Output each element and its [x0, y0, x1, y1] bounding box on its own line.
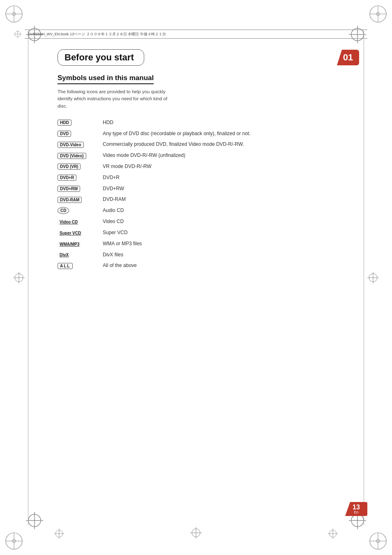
symbol-description: DVD+R	[103, 172, 359, 183]
icon-badge: ALL	[58, 263, 73, 269]
table-row: WMA/MP3WMA or MP3 files	[58, 238, 359, 249]
reg-mark-bottom-left-outer	[4, 531, 24, 551]
symbol-icon-cell: DVD-Video	[58, 139, 103, 150]
vline-right	[364, 30, 364, 525]
icon-badge: DVD-RAM	[58, 197, 82, 203]
table-row: DVD (Video)Video mode DVD-R/-RW (unfinal…	[58, 150, 359, 161]
icon-badge: HDD	[58, 120, 71, 126]
symbol-icon-cell: DVD-RAM	[58, 194, 103, 205]
icon-badge: DVD (VR)	[58, 164, 81, 170]
reg-mark-top-left-outer	[4, 4, 24, 24]
symbol-description: Any type of DVD disc (recordable or play…	[103, 128, 359, 139]
page-number-box: 13 En	[345, 502, 367, 516]
table-row: Video CDVideo CD	[58, 216, 359, 227]
table-row: DVD-VideoCommercially produced DVD, fina…	[58, 139, 359, 150]
icon-badge: DVD+R	[58, 175, 76, 181]
icon-badge: DVD (Video)	[58, 153, 86, 159]
symbol-icon-cell: DVD	[58, 128, 103, 139]
icon-badge: DVD+RW	[58, 186, 80, 192]
reg-mark-top-right-outer	[368, 4, 388, 24]
symbol-icon-cell: DivX	[58, 249, 103, 260]
page-language: En	[354, 510, 358, 514]
symbol-table: HDDHDDDVDAny type of DVD disc (recordabl…	[58, 117, 359, 271]
symbol-description: WMA or MP3 files	[103, 238, 359, 249]
symbol-description: DivX files	[103, 249, 359, 260]
table-row: ALLAll of the above	[58, 260, 359, 271]
header-bar: DVR550H_WV_EN.book 13ページ ２００６年１２月２８日 木曜日…	[25, 30, 367, 39]
symbol-description: All of the above	[103, 260, 359, 271]
reg-mark-bottom-right-outer	[368, 531, 388, 551]
symbol-description: Audio CD	[103, 205, 359, 216]
symbol-description: Super VCD	[103, 227, 359, 238]
banner-title-box: Before you start	[58, 49, 144, 66]
table-row: Super VCDSuper VCD	[58, 227, 359, 238]
icon-badge: DVD-Video	[58, 142, 84, 148]
symbol-icon-cell: DVD (Video)	[58, 150, 103, 161]
table-row: DVDAny type of DVD disc (recordable or p…	[58, 128, 359, 139]
icon-badge: Video CD	[58, 219, 80, 225]
section-banner: Before you start 01	[58, 49, 359, 66]
table-row: DVD (VR)VR mode DVD-R/-RW	[58, 161, 359, 172]
vline-left	[28, 30, 28, 525]
crosshair-mid-left	[12, 271, 25, 284]
icon-badge: CD	[58, 207, 69, 214]
symbol-description: DVD+RW	[103, 183, 359, 194]
table-row: DVD+RWDVD+RW	[58, 183, 359, 194]
crosshair-mid-right	[367, 271, 380, 284]
symbol-icon-cell: DVD+R	[58, 172, 103, 183]
table-row: DivXDivX files	[58, 249, 359, 260]
crosshair-bottom-mid	[189, 526, 203, 541]
symbol-icon-cell: WMA/MP3	[58, 238, 103, 249]
symbol-icon-cell: DVD+RW	[58, 183, 103, 194]
symbol-icon-cell: HDD	[58, 117, 103, 128]
symbol-description: HDD	[103, 117, 359, 128]
icon-badge: DVD	[58, 131, 71, 137]
banner-title: Before you start	[65, 52, 134, 63]
main-content: Before you start 01 Symbols used in this…	[58, 49, 359, 271]
table-row: DVD-RAMDVD-RAM	[58, 194, 359, 205]
symbol-description: Video CD	[103, 216, 359, 227]
symbol-description: Video mode DVD-R/-RW (unfinalized)	[103, 150, 359, 161]
symbols-section-title: Symbols used in this manual	[58, 74, 154, 84]
intro-text: The following icons are provided to help…	[58, 88, 173, 110]
symbol-description: DVD-RAM	[103, 194, 359, 205]
table-row: DVD+RDVD+R	[58, 172, 359, 183]
header-text: DVR550H_WV_EN.book 13ページ ２００６年１２月２８日 木曜日…	[25, 32, 166, 37]
symbol-icon-cell: DVD (VR)	[58, 161, 103, 172]
symbol-icon-cell: Super VCD	[58, 227, 103, 238]
symbol-icon-cell: CD	[58, 205, 103, 216]
icon-badge: DivX	[58, 252, 71, 258]
symbol-description: Commercially produced DVD, finalized Vid…	[103, 139, 359, 150]
icon-badge: Super VCD	[58, 230, 83, 236]
icon-badge: WMA/MP3	[58, 242, 81, 247]
crosshair-bottom-left	[53, 528, 65, 541]
symbol-icon-cell: Video CD	[58, 216, 103, 227]
crosshair-bottom-right	[327, 528, 339, 541]
table-row: HDDHDD	[58, 117, 359, 128]
symbol-description: VR mode DVD-R/-RW	[103, 161, 359, 172]
symbol-icon-cell: ALL	[58, 260, 103, 271]
banner-number: 01	[337, 50, 359, 65]
table-row: CDAudio CD	[58, 205, 359, 216]
